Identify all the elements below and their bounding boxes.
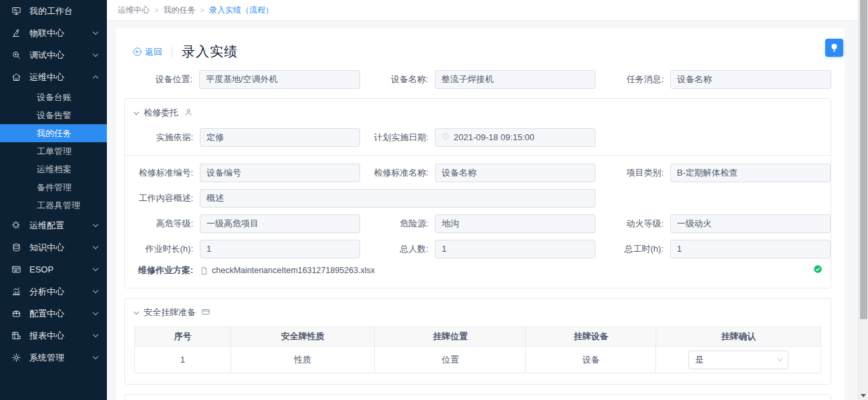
monitor-icon xyxy=(11,6,21,17)
hotwork-level-input[interactable]: 一级动火 xyxy=(670,214,831,233)
input-value: 1 xyxy=(677,240,682,258)
field-label: 工作内容概述: xyxy=(125,192,200,204)
risk-level-input[interactable]: 一级高危项目 xyxy=(200,214,360,233)
standard-no-input[interactable]: 设备编号 xyxy=(200,164,360,182)
sidebar-item-config-center[interactable]: 配置中心 xyxy=(0,303,107,325)
sidebar-subitem-device-ledger[interactable]: 设备台账 xyxy=(0,88,107,106)
hint-bulb-button[interactable] xyxy=(825,39,843,57)
work-duration-input[interactable]: 1 xyxy=(200,240,360,258)
standard-name-input[interactable]: 设备名称 xyxy=(435,164,595,182)
field-label: 项目类别: xyxy=(595,167,670,179)
device-name-input[interactable]: 整流子焊接机 xyxy=(435,70,596,89)
select-value: 是 xyxy=(695,354,704,366)
chevron-down-icon xyxy=(93,332,98,337)
report-icon xyxy=(11,331,21,341)
hazard-source-input[interactable]: 地沟 xyxy=(435,214,595,233)
tag-card-icon[interactable] xyxy=(201,307,210,319)
sidebar-subitem-tools-mgmt[interactable]: 工器具管理 xyxy=(0,196,107,214)
field-planned-date: 计划实施日期: 2021-09-18 09:15:00 xyxy=(360,128,595,147)
form-card: 返回 录入实绩 设备位置: 平度基地/空调外机 设备名称: 整流子焊接机 任务消… xyxy=(116,28,845,400)
sidebar-item-knowledge-center[interactable]: 知识中心 xyxy=(0,236,107,258)
sidebar-subitem-label: 工器具管理 xyxy=(37,200,80,212)
sidebar-item-report-center[interactable]: 报表中心 xyxy=(0,325,107,347)
field-label: 实施依据: xyxy=(125,132,200,144)
input-value: 设备名称 xyxy=(442,164,476,182)
field-maintenance-plan-file: 维修作业方案: checkMaintenanceItem163127189526… xyxy=(125,262,831,278)
vertical-scrollbar[interactable] xyxy=(858,0,868,400)
sidebar-item-analysis-center[interactable]: 分析中心 xyxy=(0,280,107,303)
scrollbar-down-arrow[interactable] xyxy=(861,394,866,397)
planned-date-input[interactable]: 2021-09-18 09:15:00 xyxy=(435,128,595,147)
sidebar-subitem-work-orders[interactable]: 工单管理 xyxy=(0,142,107,160)
sidebar-item-esop[interactable]: ESOP xyxy=(0,258,107,280)
input-value: 概述 xyxy=(206,190,224,207)
sidebar-item-debug-center[interactable]: 调试中心 xyxy=(0,44,107,66)
breadcrumb-item-my-tasks[interactable]: 我的任务 xyxy=(163,5,195,16)
sidebar-item-label: 运维配置 xyxy=(29,220,94,232)
input-value: 一级高危项目 xyxy=(206,215,259,232)
field-label: 维修作业方案: xyxy=(125,264,200,276)
magnifier-icon xyxy=(11,50,21,61)
tag-confirm-select[interactable]: 是 xyxy=(688,351,788,369)
field-label: 总工时(h): xyxy=(595,243,670,255)
sidebar-item-label: 物联中心 xyxy=(29,27,94,39)
total-people-input[interactable]: 1 xyxy=(435,240,595,258)
file-icon xyxy=(200,266,208,275)
section-maintenance-commission: 检修委托 实施依据: 定修 计划实施日期: 2021-09-1 xyxy=(124,98,831,288)
cell-tag-device: 设备 xyxy=(526,347,656,373)
sidebar-subitem-label: 工单管理 xyxy=(37,146,71,158)
cell-tag-nature: 性质 xyxy=(231,347,375,373)
attached-file-link[interactable]: checkMaintenanceItem1631271895263.xlsx xyxy=(200,266,375,275)
project-category-input[interactable]: B-定期解体检查 xyxy=(670,164,831,182)
sidebar-subitem-my-tasks[interactable]: 我的任务 xyxy=(0,124,107,142)
sidebar-subitem-device-alarm[interactable]: 设备告警 xyxy=(0,106,107,124)
breadcrumb-item-ops-center[interactable]: 运维中心 xyxy=(118,5,150,16)
total-hours-input[interactable]: 1 xyxy=(670,240,831,258)
col-header-tag-device: 挂牌设备 xyxy=(526,327,656,347)
col-header-seq: 序号 xyxy=(135,327,231,347)
collapse-chevron-icon[interactable] xyxy=(134,109,139,114)
sidebar-item-workbench[interactable]: 我的工作台 xyxy=(0,0,107,22)
field-work-duration: 作业时长(h): 1 xyxy=(125,240,360,258)
field-label: 作业时长(h): xyxy=(125,243,200,255)
section-body: 实施依据: 定修 计划实施日期: 2021-09-18 09:15:00 xyxy=(125,119,831,278)
input-value: B-定期解体检查 xyxy=(677,164,738,182)
input-value: 定修 xyxy=(206,129,224,146)
implementation-basis-input[interactable]: 定修 xyxy=(200,128,360,147)
back-circle-icon xyxy=(132,47,142,57)
task-message-input[interactable]: 设备名称 xyxy=(670,70,831,89)
sidebar-item-system-mgmt[interactable]: 系统管理 xyxy=(0,347,107,369)
field-label: 危险源: xyxy=(360,218,435,230)
field-device-location: 设备位置: 平度基地/空调外机 xyxy=(124,70,360,89)
back-button[interactable]: 返回 xyxy=(132,46,162,58)
sidebar-subitem-spare-parts[interactable]: 备件管理 xyxy=(0,178,107,196)
sidebar-item-label: 配置中心 xyxy=(29,308,94,320)
home-wrench-icon xyxy=(11,72,21,83)
sidebar-subitem-label: 设备台账 xyxy=(37,91,71,104)
sidebar-subitem-label: 我的任务 xyxy=(37,128,71,140)
sidebar-subitem-label: 设备告警 xyxy=(37,110,71,122)
section-header: 安全挂牌准备 xyxy=(125,307,831,319)
collapse-chevron-icon[interactable] xyxy=(134,309,139,314)
database-icon xyxy=(11,242,21,253)
input-value: 1 xyxy=(442,240,446,258)
device-location-input[interactable]: 平度基地/空调外机 xyxy=(199,70,360,89)
field-label: 高危等级: xyxy=(125,218,200,230)
chevron-down-icon xyxy=(777,356,782,361)
file-name: checkMaintenanceItem1631271895263.xlsx xyxy=(212,266,375,275)
scrollbar-thumb[interactable] xyxy=(860,0,867,319)
lightbulb-icon xyxy=(829,43,839,53)
sidebar-item-ops-center[interactable]: 运维中心 xyxy=(0,66,107,88)
sidebar-item-iot-center[interactable]: 物联中心 xyxy=(0,22,107,44)
work-summary-input[interactable]: 概述 xyxy=(200,189,595,208)
chevron-down-icon xyxy=(93,266,98,271)
sidebar-item-ops-config[interactable]: 运维配置 xyxy=(0,214,107,236)
main-content: 返回 录入实绩 设备位置: 平度基地/空调外机 设备名称: 整流子焊接机 任务消… xyxy=(107,20,858,400)
cell-tag-confirm: 是 xyxy=(656,347,821,373)
sidebar-subitem-ops-archive[interactable]: 运维档案 xyxy=(0,160,107,178)
chevron-down-icon xyxy=(93,288,98,293)
person-icon[interactable] xyxy=(184,108,193,119)
chevron-down-icon xyxy=(93,310,98,315)
sidebar: 我的工作台 物联中心 调试中心 运维中心 设备台账 设备告警 我的任务 工单管理… xyxy=(0,0,107,400)
top-field-row: 设备位置: 平度基地/空调外机 设备名称: 整流子焊接机 任务消息: 设备名称 xyxy=(124,70,831,89)
